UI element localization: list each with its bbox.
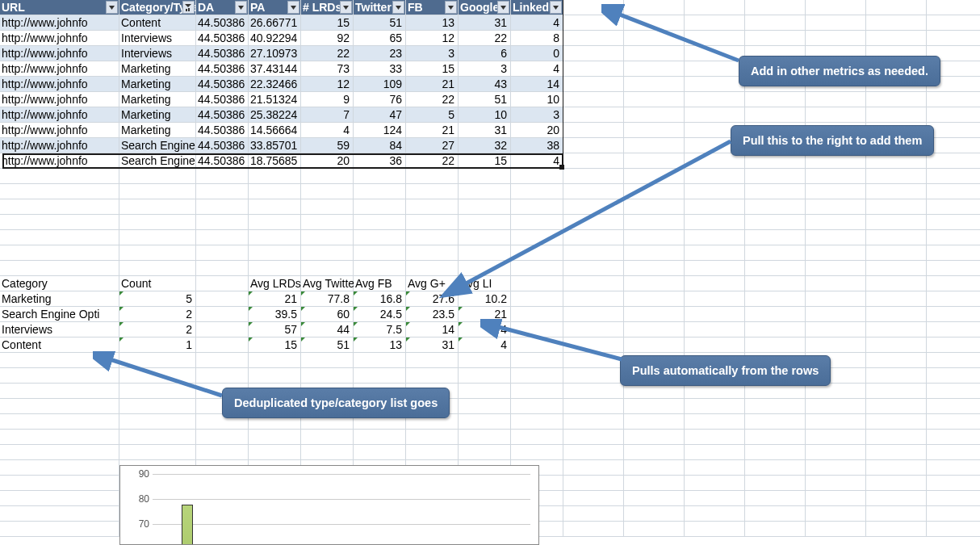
summary-value[interactable]: 16.8 [354,291,406,307]
metric-cell[interactable]: 44.50386 [196,15,249,31]
summary-value[interactable] [563,291,624,307]
metric-cell[interactable]: 10 [511,92,563,107]
table-header[interactable]: FB [406,0,459,15]
metric-cell[interactable]: 44.50386 [196,46,249,61]
category-cell[interactable]: Marketing [119,77,196,92]
summary-value[interactable]: 4 [459,337,511,353]
summary-value[interactable] [927,322,980,337]
summary-value[interactable]: 15 [249,337,301,353]
category-cell[interactable]: Interviews [119,46,196,61]
table-header[interactable]: PA [249,0,301,15]
summary-value[interactable] [927,291,980,307]
summary-header[interactable]: Avg FB [354,276,406,291]
filter-dropdown-icon[interactable] [445,1,457,14]
metric-cell[interactable]: 20 [511,123,563,138]
metric-cell[interactable]: 44.50386 [196,107,249,123]
summary-header[interactable] [866,276,927,291]
metric-cell[interactable]: 13 [406,15,459,31]
summary-value[interactable]: 23.5 [406,307,459,322]
summary-value[interactable] [806,307,866,322]
metric-cell[interactable]: 31 [459,123,511,138]
summary-value[interactable] [685,307,745,322]
summary-header[interactable]: Avg Twitte [301,276,354,291]
category-cell[interactable]: Marketing [119,107,196,123]
summary-value[interactable]: 14 [406,322,459,337]
filter-dropdown-icon[interactable] [550,1,562,14]
metric-cell[interactable]: 32 [459,138,511,153]
metric-cell[interactable]: 36 [354,153,406,169]
url-cell[interactable]: http://www.johnfo [0,31,119,46]
summary-value[interactable] [866,337,927,353]
summary-value[interactable] [745,307,806,322]
summary-value[interactable] [745,322,806,337]
metric-cell[interactable]: 10 [459,107,511,123]
metric-cell[interactable]: 4 [511,153,563,169]
table-header[interactable]: Category/Type [119,0,196,15]
summary-header[interactable] [624,276,685,291]
summary-header[interactable] [927,276,980,291]
url-cell[interactable]: http://www.johnfo [0,61,119,77]
metric-cell[interactable]: 26.66771 [249,15,301,31]
metric-cell[interactable]: 73 [301,61,354,77]
metric-cell[interactable]: 4 [301,123,354,138]
summary-value[interactable] [563,337,624,353]
summary-value[interactable]: 44 [301,322,354,337]
summary-value[interactable] [806,322,866,337]
summary-value[interactable]: 21 [459,307,511,322]
table-header[interactable]: LinkedIn [511,0,563,15]
metric-cell[interactable]: 84 [354,138,406,153]
summary-header[interactable]: Avg LRDs [249,276,301,291]
summary-category[interactable]: Search Engine Opti [0,307,119,322]
metric-cell[interactable]: 51 [354,15,406,31]
category-cell[interactable]: Interviews [119,31,196,46]
metric-cell[interactable]: 22 [301,46,354,61]
summary-category[interactable]: Interviews [0,322,119,337]
summary-value[interactable]: 1 [119,337,196,353]
summary-value[interactable] [196,322,249,337]
url-cell[interactable]: http://www.johnfo [0,138,119,153]
metric-cell[interactable]: 4 [511,61,563,77]
filter-dropdown-icon[interactable] [392,1,404,14]
metric-cell[interactable]: 109 [354,77,406,92]
summary-value[interactable]: 31 [406,337,459,353]
summary-value[interactable] [624,322,685,337]
metric-cell[interactable]: 38 [511,138,563,153]
metric-cell[interactable]: 3 [511,107,563,123]
summary-header[interactable] [563,276,624,291]
summary-value[interactable] [745,291,806,307]
summary-value[interactable]: 77.8 [301,291,354,307]
metric-cell[interactable]: 22.32466 [249,77,301,92]
summary-value[interactable] [685,337,745,353]
summary-value[interactable]: 57 [249,322,301,337]
metric-cell[interactable]: 44.50386 [196,153,249,169]
summary-value[interactable] [563,322,624,337]
metric-cell[interactable]: 21 [406,123,459,138]
summary-value[interactable]: 39.5 [249,307,301,322]
summary-value[interactable] [685,291,745,307]
metric-cell[interactable]: 27.10973 [249,46,301,61]
url-cell[interactable]: http://www.johnfo [0,46,119,61]
metric-cell[interactable]: 44.50386 [196,61,249,77]
filter-dropdown-icon[interactable] [235,1,247,14]
summary-value[interactable] [624,337,685,353]
metric-cell[interactable]: 37.43144 [249,61,301,77]
metric-cell[interactable]: 124 [354,123,406,138]
summary-value[interactable] [806,291,866,307]
metric-cell[interactable]: 33 [354,61,406,77]
category-cell[interactable]: Search Engine Opt [119,138,196,153]
metric-cell[interactable]: 23 [354,46,406,61]
metric-cell[interactable]: 8 [511,31,563,46]
summary-value[interactable] [196,291,249,307]
metric-cell[interactable]: 65 [354,31,406,46]
category-cell[interactable]: Marketing [119,92,196,107]
embedded-chart[interactable]: 9080706050403020100 [119,465,539,545]
summary-value[interactable] [511,337,563,353]
metric-cell[interactable]: 22 [406,153,459,169]
url-cell[interactable]: http://www.johnfo [0,153,119,169]
summary-value[interactable]: 21 [249,291,301,307]
metric-cell[interactable]: 47 [354,107,406,123]
summary-value[interactable] [511,291,563,307]
summary-header[interactable]: Avg LI [459,276,511,291]
summary-value[interactable] [624,307,685,322]
summary-value[interactable]: 7.5 [354,322,406,337]
